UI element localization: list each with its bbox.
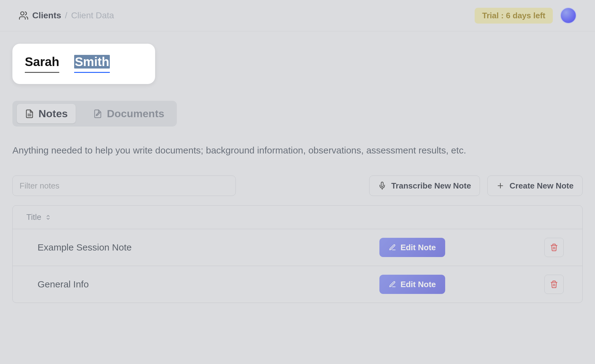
microphone-icon: [378, 182, 386, 190]
sort-icon: [45, 214, 52, 221]
last-name-value: Smith: [74, 55, 110, 69]
first-name-input[interactable]: Sarah: [25, 55, 59, 73]
tab-notes-label: Notes: [38, 108, 68, 120]
edit-icon: [389, 244, 396, 251]
edit-note-button[interactable]: Edit Note: [379, 238, 445, 257]
edit-note-label: Edit Note: [400, 243, 436, 252]
note-title: Example Session Note: [38, 242, 379, 253]
transcribe-note-button[interactable]: Transcribe New Note: [369, 175, 480, 196]
table-row: Example Session Note Edit Note: [13, 229, 582, 266]
create-note-label: Create New Note: [509, 181, 574, 191]
filter-notes-input[interactable]: [12, 175, 236, 196]
create-note-button[interactable]: Create New Note: [487, 175, 583, 196]
note-title: General Info: [38, 279, 379, 290]
table-header[interactable]: Title: [13, 206, 582, 229]
edit-note-button[interactable]: Edit Note: [379, 275, 445, 294]
breadcrumb: Clients / Client Data: [19, 11, 114, 20]
tab-documents[interactable]: Documents: [85, 104, 172, 123]
notes-table: Title Example Session Note: [12, 205, 583, 303]
breadcrumb-current: Client Data: [71, 11, 114, 20]
svg-point-0: [21, 12, 24, 15]
column-title-label: Title: [26, 212, 41, 222]
avatar[interactable]: [560, 7, 576, 24]
breadcrumb-separator: /: [65, 11, 67, 20]
delete-note-button[interactable]: [544, 275, 564, 294]
users-icon: [19, 11, 29, 20]
trash-icon: [550, 243, 558, 251]
breadcrumb-root[interactable]: Clients: [32, 11, 61, 20]
notes-toolbar: Transcribe New Note Create New Note: [12, 175, 583, 196]
plus-icon: [496, 182, 504, 190]
transcribe-note-label: Transcribe New Note: [391, 181, 471, 191]
last-name-input[interactable]: Smith: [74, 55, 110, 73]
client-name-card: Sarah Smith: [12, 44, 155, 84]
tab-notes[interactable]: Notes: [17, 104, 76, 123]
tab-documents-label: Documents: [107, 108, 164, 120]
header: Clients / Client Data Trial : 6 days lef…: [0, 0, 595, 31]
trash-icon: [550, 280, 558, 288]
trial-badge[interactable]: Trial : 6 days left: [475, 8, 553, 24]
first-name-value: Sarah: [25, 55, 59, 69]
tabs: Notes Documents: [12, 101, 177, 127]
table-row: General Info Edit Note: [13, 266, 582, 303]
edit-note-label: Edit Note: [400, 280, 436, 289]
file-text-icon: [25, 109, 34, 118]
notes-description: Anything needed to help you write docume…: [12, 144, 583, 157]
delete-note-button[interactable]: [544, 238, 564, 257]
file-edit-icon: [93, 109, 102, 118]
edit-icon: [389, 281, 396, 288]
